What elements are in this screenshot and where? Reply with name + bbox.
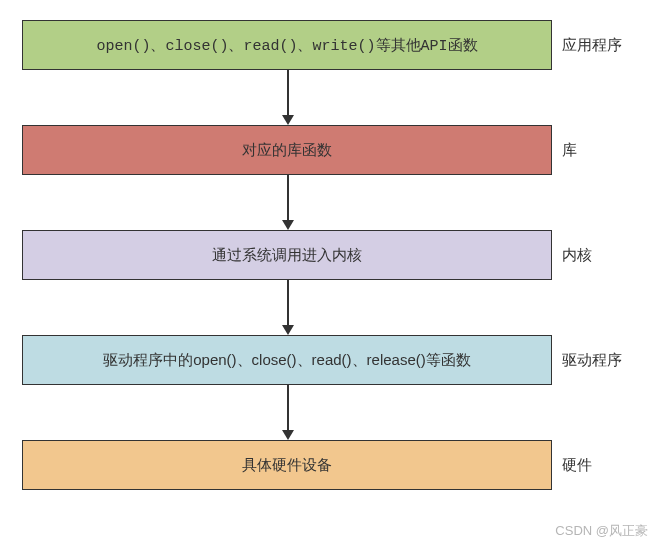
layer-box-driver: 驱动程序中的open()、close()、read()、release()等函数: [22, 335, 552, 385]
layer-box-hardware: 具体硬件设备: [22, 440, 552, 490]
layer-label-library: 库: [562, 141, 577, 160]
flow-diagram: open()、close()、read()、write()等其他API函数 应用…: [10, 20, 650, 490]
arrow: [10, 175, 650, 230]
arrow: [10, 280, 650, 335]
layer-box-kernel: 通过系统调用进入内核: [22, 230, 552, 280]
layer-row: 通过系统调用进入内核 内核: [10, 230, 650, 280]
layer-label-application: 应用程序: [562, 36, 622, 55]
layer-label-hardware: 硬件: [562, 456, 592, 475]
arrow: [10, 385, 650, 440]
layer-box-library: 对应的库函数: [22, 125, 552, 175]
arrow: [10, 70, 650, 125]
layer-label-kernel: 内核: [562, 246, 592, 265]
layer-box-application: open()、close()、read()、write()等其他API函数: [22, 20, 552, 70]
layer-row: 对应的库函数 库: [10, 125, 650, 175]
layer-row: 驱动程序中的open()、close()、read()、release()等函数…: [10, 335, 650, 385]
layer-row: 具体硬件设备 硬件: [10, 440, 650, 490]
watermark: CSDN @风正豪: [555, 522, 648, 540]
layer-label-driver: 驱动程序: [562, 351, 622, 370]
layer-row: open()、close()、read()、write()等其他API函数 应用…: [10, 20, 650, 70]
